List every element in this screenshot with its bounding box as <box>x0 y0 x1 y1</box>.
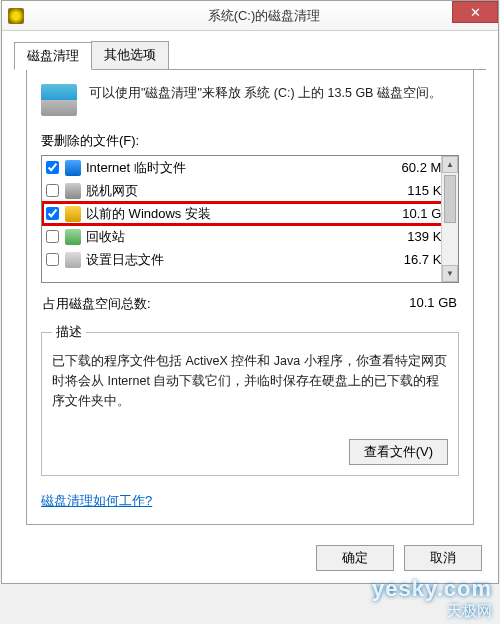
files-label: 要删除的文件(F): <box>41 132 459 150</box>
file-checkbox[interactable] <box>46 184 59 197</box>
help-link[interactable]: 磁盘清理如何工作? <box>41 492 152 510</box>
cancel-button[interactable]: 取消 <box>404 545 482 571</box>
list-item[interactable]: Internet 临时文件 60.2 MB <box>42 156 458 179</box>
close-button[interactable]: ✕ <box>452 1 498 23</box>
recycle-icon <box>65 229 81 245</box>
scroll-thumb[interactable] <box>444 175 456 223</box>
dialog-window: 系统(C:)的磁盘清理 ✕ 磁盘清理 其他选项 可以使用"磁盘清理"来释放 系统… <box>1 0 499 584</box>
page-icon <box>65 183 81 199</box>
file-checkbox[interactable] <box>46 207 59 220</box>
scroll-down-button[interactable]: ▼ <box>442 265 458 282</box>
scrollbar[interactable]: ▲ ▼ <box>441 156 458 282</box>
tab-strip: 磁盘清理 其他选项 <box>14 41 486 70</box>
tab-more-options[interactable]: 其他选项 <box>91 41 169 69</box>
watermark-brand: 天极网 <box>372 602 492 620</box>
window-title: 系统(C:)的磁盘清理 <box>30 7 498 25</box>
list-item[interactable]: 脱机网页 115 KB <box>42 179 458 202</box>
description-group: 描述 已下载的程序文件包括 ActiveX 控件和 Java 小程序，你查看特定… <box>41 323 459 476</box>
list-item[interactable]: 设置日志文件 16.7 KB <box>42 248 458 271</box>
drive-icon <box>41 84 77 116</box>
disk-cleanup-icon <box>8 8 24 24</box>
ie-icon <box>65 160 81 176</box>
description-legend: 描述 <box>52 323 86 341</box>
description-text: 已下载的程序文件包括 ActiveX 控件和 Java 小程序，你查看特定网页时… <box>52 351 448 423</box>
file-name: 以前的 Windows 安装 <box>86 205 378 223</box>
total-value: 10.1 GB <box>409 295 457 313</box>
tab-panel: 可以使用"磁盘清理"来释放 系统 (C:) 上的 13.5 GB 磁盘空间。 要… <box>26 70 474 525</box>
list-item-highlighted[interactable]: 以前的 Windows 安装 10.1 GB <box>42 202 458 225</box>
file-name: 设置日志文件 <box>86 251 378 269</box>
file-checkbox[interactable] <box>46 161 59 174</box>
file-list: Internet 临时文件 60.2 MB 脱机网页 115 KB 以前的 Wi… <box>41 155 459 283</box>
ok-button[interactable]: 确定 <box>316 545 394 571</box>
view-files-button[interactable]: 查看文件(V) <box>349 439 448 465</box>
tab-disk-cleanup[interactable]: 磁盘清理 <box>14 42 92 70</box>
total-label: 占用磁盘空间总数: <box>43 295 151 313</box>
file-name: Internet 临时文件 <box>86 159 378 177</box>
file-checkbox[interactable] <box>46 230 59 243</box>
file-name: 脱机网页 <box>86 182 378 200</box>
log-icon <box>65 252 81 268</box>
scroll-up-button[interactable]: ▲ <box>442 156 458 173</box>
windows-icon <box>65 206 81 222</box>
file-checkbox[interactable] <box>46 253 59 266</box>
file-name: 回收站 <box>86 228 378 246</box>
titlebar[interactable]: 系统(C:)的磁盘清理 ✕ <box>2 1 498 31</box>
intro-text: 可以使用"磁盘清理"来释放 系统 (C:) 上的 13.5 GB 磁盘空间。 <box>89 84 442 103</box>
list-item[interactable]: 回收站 139 KB <box>42 225 458 248</box>
